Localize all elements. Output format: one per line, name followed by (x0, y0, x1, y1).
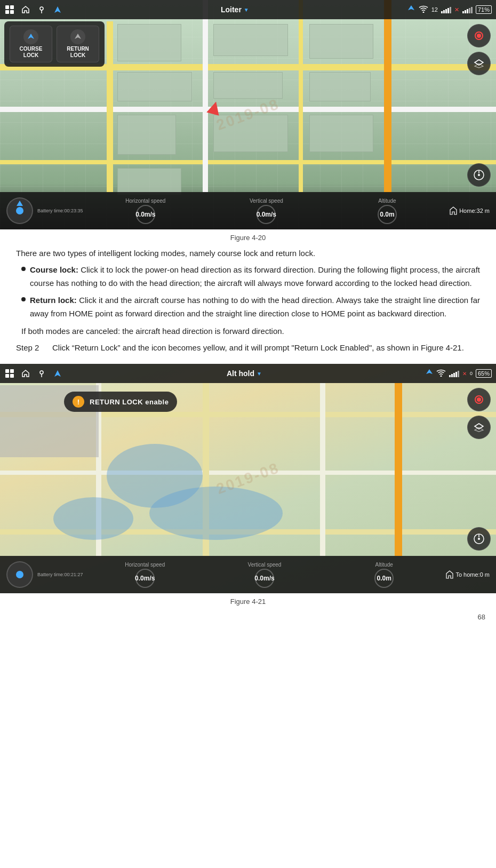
road-vertical-2 (203, 0, 208, 192)
compass-button[interactable] (467, 163, 491, 187)
topbar-21-left (4, 368, 63, 379)
building-8 (213, 115, 288, 152)
joystick-left-21[interactable] (6, 561, 33, 588)
building-3 (117, 72, 192, 101)
figure-20-screenshot: 2019-08 Loiter (0, 0, 496, 229)
step-2-label: Step 2 (16, 341, 48, 355)
navigation-icon (52, 4, 63, 15)
layers-button[interactable] (467, 52, 491, 75)
joystick-left[interactable] (6, 197, 33, 224)
vertical-speed-value-21: 0.0m/s (254, 575, 274, 582)
mode-dropdown-arrow-21[interactable]: ▼ (257, 371, 262, 377)
svg-marker-23 (426, 369, 433, 374)
vertical-speed-label: Vertical speed (250, 198, 283, 204)
svg-marker-5 (54, 6, 61, 13)
figure-21-caption: Figure 4-21 (0, 598, 496, 606)
svg-point-24 (440, 375, 442, 377)
mode-dropdown-arrow[interactable]: ▼ (244, 7, 249, 13)
battery-time-20: Battery time:00:23:35 (37, 208, 83, 213)
figure-21-screenshot: 2019-08 Alt hold ▼ (0, 364, 496, 593)
x-icon-21: ✕ (462, 371, 467, 377)
svg-marker-6 (408, 5, 414, 10)
toast-text: RETURN LOCK enable (90, 398, 169, 406)
home-icon (20, 4, 31, 15)
map-pin-icon-21 (36, 368, 47, 379)
bullet-item-1: Course lock: Click it to lock the power-… (21, 264, 480, 290)
topbar-left-icons (4, 4, 63, 15)
bullet-1-content: Click it to lock the power-on head direc… (30, 265, 480, 288)
building-6 (309, 24, 373, 59)
horizontal-speed-ring: 0.0m/s (136, 205, 155, 224)
building-7 (309, 72, 371, 101)
battery-indicator-21: 65% (476, 369, 492, 378)
svg-marker-9 (75, 34, 81, 39)
svg-rect-20 (10, 374, 14, 378)
grid-icon (4, 4, 15, 15)
signal-bars-21 (449, 370, 459, 377)
joystick-arrow (17, 201, 23, 206)
course-lock-button[interactable]: COURSELOCK (10, 26, 52, 62)
topbar-21-right: ✕ 0 65% (426, 369, 492, 379)
svg-point-21 (40, 371, 43, 374)
road-vertical-1 (107, 21, 113, 192)
bullet-1-text: Course lock: Click it to lock the power-… (30, 264, 480, 290)
building-9 (117, 168, 181, 195)
building-2 (213, 24, 288, 56)
svg-marker-28 (475, 427, 483, 432)
bullet-dot-1 (21, 267, 26, 271)
altitude-label-21: Altitude (375, 562, 393, 568)
building-4 (213, 72, 283, 99)
topbar-right-icons: 12 ✕ 71% (407, 5, 492, 15)
bullet-item-2: Return lock: Click it and the aircraft c… (21, 294, 480, 321)
road-v-21-4 (395, 383, 402, 556)
altitude-value: 0.0m (380, 211, 394, 218)
svg-rect-2 (5, 10, 9, 14)
bullet-2-text: Return lock: Click it and the aircraft c… (30, 294, 480, 321)
vertical-speed-ring: 0.0m/s (257, 205, 276, 224)
altitude-stat: Altitude 0.0m (329, 198, 446, 224)
road-h-21-2 (0, 471, 496, 475)
svg-rect-17 (5, 369, 9, 373)
camera-button-21[interactable] (467, 388, 491, 411)
horizontal-speed-ring-21: 0.0m/s (135, 569, 155, 588)
toast-icon: ! (73, 396, 84, 408)
bottom-bar-20: Battery time:00:23:35 Horizontal speed 0… (0, 192, 496, 229)
svg-point-30 (478, 538, 480, 540)
svg-rect-0 (5, 5, 9, 9)
water-3 (53, 497, 133, 540)
horizontal-speed-value: 0.0m/s (135, 211, 155, 218)
text-content: There are two types of intelligent locki… (0, 245, 496, 364)
horizontal-speed-stat: Horizontal speed 0.0m/s (87, 198, 204, 224)
topbar-21-center: Alt hold ▼ (63, 369, 426, 378)
compass-button-21[interactable] (467, 527, 491, 551)
intro-paragraph: There are two types of intelligent locki… (16, 247, 480, 260)
camera-button[interactable] (467, 24, 491, 47)
svg-marker-13 (475, 63, 483, 68)
svg-marker-8 (28, 34, 34, 39)
signal-bars (441, 6, 451, 13)
step-2-text: Click “Return Lock” and the icon becomes… (52, 341, 464, 355)
signal-bars-2 (462, 6, 473, 13)
bottom-bar-21: Battery time:00:21:27 Horizontal speed 0… (0, 556, 496, 593)
altitude-stat-21: Altitude 0.0m (326, 562, 442, 588)
topbar-center: Loiter ▼ (63, 5, 407, 14)
svg-rect-1 (10, 5, 14, 9)
panel-buttons-row: COURSELOCK RETURNLOCK (10, 26, 99, 62)
fab-buttons (467, 24, 491, 75)
building-1 (117, 24, 181, 61)
svg-rect-19 (5, 374, 9, 378)
svg-point-15 (478, 174, 480, 176)
horizontal-speed-stat-21: Horizontal speed 0.0m/s (87, 562, 203, 588)
topbar-21: Alt hold ▼ ✕ 0 65% (0, 364, 496, 383)
horizontal-speed-value-21: 0.0m/s (135, 575, 155, 582)
layers-button-21[interactable] (467, 416, 491, 439)
altitude-ring-21: 0.0m (374, 569, 394, 588)
bullet-list: Course lock: Click it to lock the power-… (21, 264, 480, 321)
home-distance-value: Home:32 m (459, 208, 490, 214)
nav-icon-21 (52, 368, 63, 379)
fab-buttons-21 (467, 388, 491, 439)
return-lock-button[interactable]: RETURNLOCK (57, 26, 99, 62)
road-v-21-3 (320, 383, 325, 556)
horizontal-speed-label-21: Horizontal speed (125, 562, 165, 568)
drone-marker (208, 101, 221, 114)
